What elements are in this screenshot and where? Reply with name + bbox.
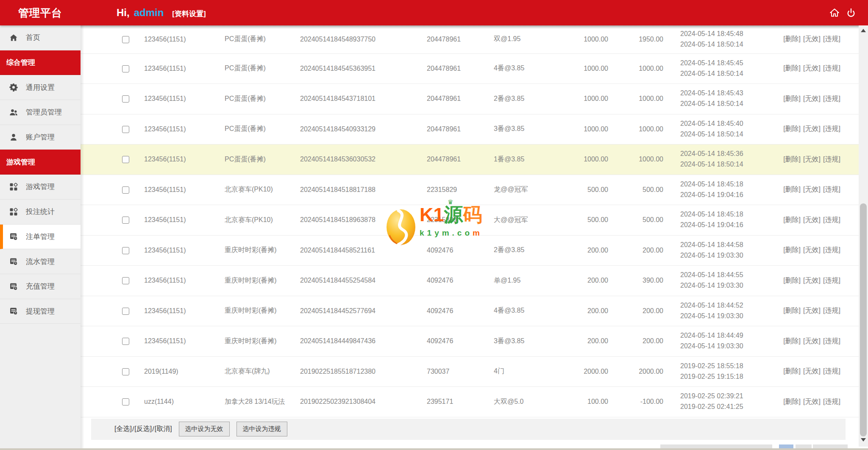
delete-link[interactable]: [删除] xyxy=(783,216,801,223)
cell-user: 123456(1151) xyxy=(144,144,225,175)
invalid-link[interactable]: [无效] xyxy=(803,35,821,42)
violation-link[interactable]: [违规] xyxy=(823,307,840,314)
sidebar-item-label: 游戏管理 xyxy=(26,182,55,192)
sidebar-item-flow-management[interactable]: 流水管理 xyxy=(0,249,81,274)
cell-times: 2019-02-25 18:55:182019-02-25 19:15:18 xyxy=(663,356,782,387)
sidebar-item-label: 提现管理 xyxy=(26,306,55,316)
delete-link[interactable]: [删除] xyxy=(783,277,801,284)
violation-link[interactable]: [违规] xyxy=(823,125,840,132)
home-icon[interactable] xyxy=(829,8,840,18)
delete-link[interactable]: [删除] xyxy=(783,246,801,253)
row-checkbox[interactable] xyxy=(122,65,129,72)
set-invalid-button[interactable]: 选中设为无效 xyxy=(179,422,230,436)
cancel-selection-link[interactable]: [取消] xyxy=(155,425,172,433)
scrollbar[interactable] xyxy=(859,25,868,447)
row-checkbox[interactable] xyxy=(122,126,129,133)
row-checkbox[interactable] xyxy=(122,217,129,224)
cell-times: 2024-05-14 18:45:402024-05-14 18:50:14 xyxy=(663,114,782,144)
set-violation-button[interactable]: 选中设为违规 xyxy=(236,422,287,436)
bet-time: 2024-05-14 18:45:36 xyxy=(680,149,782,159)
cell-user: 2019(1149) xyxy=(144,356,225,387)
sidebar-item-game-management[interactable]: 游戏管理 xyxy=(0,175,81,200)
row-checkbox[interactable] xyxy=(122,36,129,43)
cell-actions: [删除][无效][违规] xyxy=(782,296,859,326)
delete-link[interactable]: [删除] xyxy=(783,64,801,72)
settle-time: 2024-05-14 19:04:16 xyxy=(680,220,782,231)
violation-link[interactable]: [违规] xyxy=(823,277,840,284)
invalid-link[interactable]: [无效] xyxy=(803,277,821,284)
row-checkbox[interactable] xyxy=(122,398,129,406)
sidebar-item-admin-management[interactable]: 管理员管理 xyxy=(0,100,81,125)
delete-link[interactable]: [删除] xyxy=(783,186,801,193)
violation-link[interactable]: [违规] xyxy=(823,367,840,375)
invalid-link[interactable]: [无效] xyxy=(803,337,821,344)
delete-link[interactable]: [删除] xyxy=(783,307,801,314)
select-all-link[interactable]: [全选] xyxy=(114,425,132,433)
row-checkbox[interactable] xyxy=(122,277,129,284)
sidebar-section-game-section: 游戏管理 xyxy=(0,150,81,175)
violation-link[interactable]: [违规] xyxy=(823,337,840,344)
table-row: 123456(1151)重庆时时彩(番摊)2024051418444984743… xyxy=(81,326,859,357)
invalid-link[interactable]: [无效] xyxy=(803,246,821,253)
violation-link[interactable]: [违规] xyxy=(823,186,840,193)
invalid-link[interactable]: [无效] xyxy=(803,307,821,314)
sidebar-item-account-management[interactable]: 账户管理 xyxy=(0,125,81,150)
row-checkbox[interactable] xyxy=(122,308,129,315)
profile-settings-link[interactable]: [资料设置] xyxy=(172,9,206,19)
cell-game: PC蛋蛋(番摊) xyxy=(225,144,300,175)
invalid-link[interactable]: [无效] xyxy=(803,216,821,223)
row-checkbox[interactable] xyxy=(122,368,129,375)
cell-select xyxy=(81,296,144,326)
delete-link[interactable]: [删除] xyxy=(783,125,801,132)
scroll-up-button[interactable] xyxy=(859,26,868,35)
violation-link[interactable]: [违规] xyxy=(823,216,840,223)
violation-link[interactable]: [违规] xyxy=(823,95,840,102)
violation-link[interactable]: [违规] xyxy=(823,156,840,163)
invert-selection-link[interactable]: [反选] xyxy=(134,425,152,433)
cell-actions: [删除][无效][违规] xyxy=(782,387,859,417)
invalid-link[interactable]: [无效] xyxy=(803,64,821,72)
delete-link[interactable]: [删除] xyxy=(783,95,801,102)
delete-link[interactable]: [删除] xyxy=(783,367,801,375)
invalid-link[interactable]: [无效] xyxy=(803,367,821,375)
sidebar-item-order-management[interactable]: 注单管理 xyxy=(0,225,81,250)
delete-link[interactable]: [删除] xyxy=(783,337,801,344)
sidebar-item-bet-stats[interactable]: 投注统计 xyxy=(0,200,81,225)
cell-period-number: 204478961 xyxy=(425,114,494,144)
cell-select xyxy=(81,175,144,205)
delete-link[interactable]: [删除] xyxy=(783,398,801,405)
row-checkbox[interactable] xyxy=(122,156,129,163)
settle-time: 2019-02-25 19:15:18 xyxy=(680,372,782,382)
sidebar-item-general-settings[interactable]: 通用设置 xyxy=(0,75,81,100)
greeting-prefix: Hi, xyxy=(117,7,130,19)
invalid-link[interactable]: [无效] xyxy=(803,95,821,102)
power-icon[interactable] xyxy=(846,8,856,18)
violation-link[interactable]: [违规] xyxy=(823,64,840,72)
delete-link[interactable]: [删除] xyxy=(783,35,801,42)
cell-times: 2024-05-14 18:45:362024-05-14 18:50:14 xyxy=(663,144,782,175)
cell-actions: [删除][无效][违规] xyxy=(782,84,859,114)
scrollbar-thumb[interactable] xyxy=(860,203,867,436)
row-checkbox[interactable] xyxy=(122,247,129,254)
invalid-link[interactable]: [无效] xyxy=(803,156,821,163)
invalid-link[interactable]: [无效] xyxy=(803,186,821,193)
violation-link[interactable]: [违规] xyxy=(823,398,840,405)
invalid-link[interactable]: [无效] xyxy=(803,125,821,132)
row-checkbox[interactable] xyxy=(122,95,129,103)
cell-times: 2024-05-14 18:45:182024-05-14 19:04:16 xyxy=(663,205,782,236)
scroll-down-button[interactable] xyxy=(859,436,868,444)
violation-link[interactable]: [违规] xyxy=(823,246,840,253)
row-checkbox[interactable] xyxy=(122,186,129,194)
cell-user: 123456(1151) xyxy=(144,25,225,53)
cell-game: 重庆时时彩(番摊) xyxy=(225,296,300,326)
sidebar-item-deposit-management[interactable]: 充值管理 xyxy=(0,274,81,299)
violation-link[interactable]: [违规] xyxy=(823,35,840,42)
cell-bet-amount: 1000.00 xyxy=(549,25,608,53)
table-row: uzz(1144)加拿大28 13/14玩法201902250239213084… xyxy=(81,387,859,417)
invalid-link[interactable]: [无效] xyxy=(803,398,821,405)
row-checkbox[interactable] xyxy=(122,338,129,345)
delete-link[interactable]: [删除] xyxy=(783,156,801,163)
home-icon xyxy=(9,33,18,42)
sidebar-item-withdraw-management[interactable]: 提现管理 xyxy=(0,299,81,324)
sidebar-item-home[interactable]: 首页 xyxy=(0,25,81,50)
